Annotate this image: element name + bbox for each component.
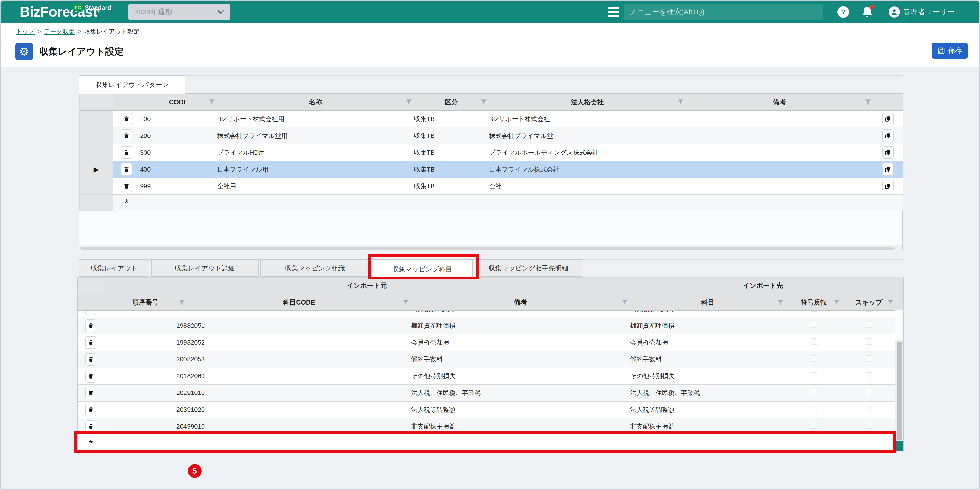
delete-row-button[interactable] [85,370,97,383]
col-header-skip[interactable]: スキップ [842,294,896,311]
delete-row-button[interactable] [85,404,97,416]
cell-subject[interactable]: 棚卸資産評価損 [630,317,786,334]
checkbox-sign-invert[interactable] [811,372,817,379]
vertical-scrollbar[interactable] [895,310,903,451]
cell-name[interactable]: 全社用 [217,178,414,195]
cell-note[interactable] [686,127,873,144]
cell-subject-code[interactable]: 82050 [187,311,411,318]
cell-code[interactable]: 100 [140,111,217,127]
cell-note[interactable]: 法人税等調整額 [411,401,630,418]
cell-subject[interactable]: 法人税等調整額 [630,401,786,418]
cell-corp[interactable]: プライマルホールディングス株式会社 [489,144,686,161]
breadcrumb-link-top[interactable]: トップ [16,27,35,36]
filter-funnel-icon[interactable] [777,299,784,305]
delete-row-button[interactable] [121,146,132,159]
cell-code[interactable]: 999 [140,178,217,195]
cell-code[interactable]: 400 [140,161,217,178]
cell-subject[interactable]: 会員権売却損 [630,334,786,351]
copy-row-button[interactable] [882,129,894,142]
cell-order[interactable]: 198 [104,317,187,334]
horizontal-scrollbar-thumb[interactable] [80,247,895,250]
delete-row-button[interactable] [85,353,97,366]
period-dropdown[interactable]: 2023年通期 [129,4,230,20]
copy-row-button[interactable] [882,163,894,176]
copy-row-button[interactable] [882,113,894,125]
cell-note[interactable]: 会員権売却損 [411,334,630,351]
checkbox-sign-invert[interactable] [811,406,817,412]
col-header-subject-code[interactable]: 科目CODE [187,294,411,311]
cell-note-empty[interactable] [686,195,873,212]
checkbox-skip[interactable] [866,311,872,312]
filter-funnel-icon[interactable] [865,99,871,105]
filter-funnel-icon[interactable] [622,299,628,305]
cell-subject[interactable]: その他特別損失 [630,368,786,385]
checkbox-skip[interactable] [866,372,872,379]
cell-order[interactable]: 203 [104,401,187,418]
cell-note[interactable] [686,111,873,127]
delete-row-button[interactable] [121,180,132,192]
row-selector[interactable] [80,178,113,195]
checkbox-sign-invert[interactable] [811,339,817,345]
cell-order[interactable]: 202 [104,385,187,401]
cell-name[interactable]: 日本プライマル用 [217,161,414,178]
brand-logo[interactable]: FC Standard BizForecast® [20,2,100,20]
copy-row-button[interactable] [882,146,894,159]
cell-name[interactable]: プライマルHD用 [217,144,414,161]
delete-row-button[interactable] [121,113,132,125]
row-selector[interactable] [80,195,113,212]
cell-code-empty[interactable] [140,195,217,212]
settings-gear-icon[interactable]: ⚙ [15,43,33,60]
delete-row-button[interactable] [85,320,97,332]
cell-name[interactable]: 株式会社プライマル堂用 [217,127,414,144]
delete-row-button[interactable] [85,336,97,349]
cell-subject-code[interactable]: 82052 [187,334,411,351]
filter-funnel-icon[interactable] [888,299,894,305]
menu-search-input[interactable] [624,4,823,20]
scrollbar-bottom-handle[interactable] [896,441,903,451]
col-header-name[interactable]: 名称 [217,94,414,111]
cell-subject[interactable]: 解約手数料 [630,351,786,368]
delete-row-button[interactable] [121,129,132,142]
cell-note[interactable]: 店舗撤退損失 [411,311,630,318]
cell-note[interactable]: 解約手数料 [411,351,630,368]
cell-order[interactable]: 199 [104,334,187,351]
checkbox-skip[interactable] [866,339,872,345]
delete-row-button[interactable] [85,311,97,315]
row-selector-active[interactable]: ▶ [80,161,113,178]
filter-funnel-icon[interactable] [402,299,409,305]
cell-corp[interactable]: BIZサポート株式会社 [489,111,686,127]
tab-collection-mapping-org[interactable]: 収集マッピング組織 [260,259,370,277]
tab-collection-layout-detail[interactable]: 収集レイアウト詳細 [151,259,259,277]
cell-subject-code[interactable]: 91010 [187,385,411,401]
col-header-note[interactable]: 備考 [686,94,873,111]
cell-order[interactable]: 197 [104,311,187,318]
cell-order[interactable]: 201 [104,368,187,385]
horizontal-scrollbar[interactable] [80,245,902,251]
col-header-corp[interactable]: 法人格会社 [489,94,686,111]
checkbox-sign-invert[interactable] [811,321,817,328]
filter-funnel-icon[interactable] [834,299,840,305]
cell-corp[interactable]: 日本プライマル株式会社 [489,161,686,178]
tab-collection-mapping-counterparty[interactable]: 収集マッピング相手先明細 [475,259,582,277]
col-header-sign-invert[interactable]: 符号反転 [786,294,842,311]
cell-kubun[interactable]: 収集TB [414,161,489,178]
cell-code[interactable]: 300 [140,144,217,161]
checkbox-sign-invert[interactable] [811,389,817,395]
cell-note[interactable]: 法人税、住民税、事業税 [411,385,630,401]
cell-subject-code[interactable]: 82053 [187,351,411,368]
cell-kubun[interactable]: 収集TB [414,178,489,195]
row-selector[interactable] [80,127,113,144]
delete-row-button[interactable] [85,387,97,399]
col-header-note[interactable]: 備考 [411,294,630,311]
cell-kubun[interactable]: 収集TB [414,144,489,161]
save-button[interactable]: 保存 [932,43,967,59]
cell-order[interactable]: 200 [104,351,187,368]
cell-corp-empty[interactable] [489,195,686,212]
col-header-code[interactable]: CODE [140,94,217,111]
cell-subject[interactable]: 法人税、住民税、事業税 [630,385,786,401]
cell-subject-code[interactable]: 82060 [187,368,411,385]
tab-collection-layout[interactable]: 収集レイアウト [79,259,150,277]
filter-funnel-icon[interactable] [406,99,412,105]
menu-icon[interactable] [608,7,619,17]
cell-note[interactable] [686,144,873,161]
